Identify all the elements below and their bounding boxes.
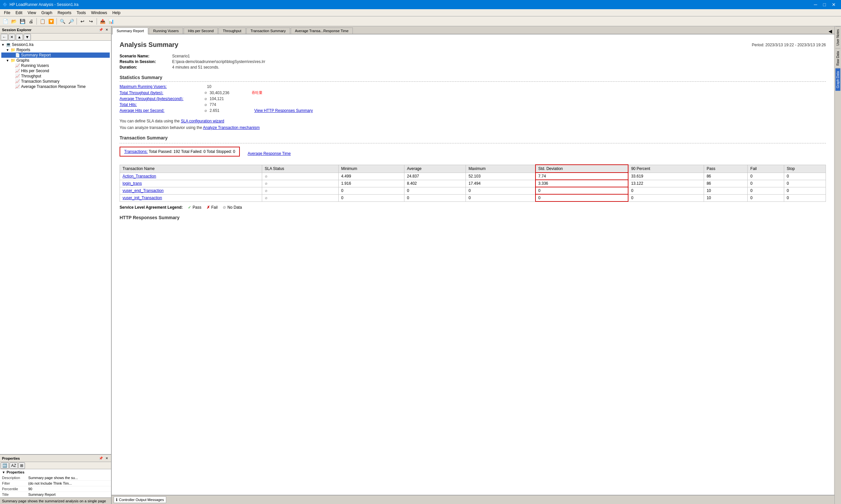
side-tab-raw-data[interactable]: Raw Data	[836, 48, 840, 68]
tree-hits-per-second[interactable]: 📈 Hits per Second	[1, 68, 110, 73]
save-button[interactable]: 💾	[18, 17, 26, 25]
tree-running-vusers[interactable]: 📈 Running Vusers	[1, 63, 110, 68]
side-tab-graph-data[interactable]: Graph Data	[836, 68, 840, 91]
prop-row-description: Description Summary page shows the su...	[0, 475, 111, 481]
row-name-0[interactable]: Action_Transaction	[120, 173, 262, 180]
down-button[interactable]: ▼	[24, 34, 31, 40]
properties-section[interactable]: ▼ Properties	[0, 469, 111, 475]
properties-section-title: Properties	[6, 470, 24, 474]
toggle-reports[interactable]: ▼	[6, 48, 11, 52]
undo-button[interactable]: ↩	[79, 17, 86, 25]
row-max-3: 0	[466, 194, 535, 201]
stat-link-3[interactable]: Total Hits:	[120, 102, 202, 107]
tree-area: ▼ 💻 Session1.lra ▼ 📁 Reports 📄 Summary R…	[0, 41, 111, 454]
menu-edit[interactable]: Edit	[13, 10, 25, 16]
maximize-button[interactable]: □	[821, 1, 828, 8]
close-panel-button[interactable]: ✕	[104, 28, 109, 32]
row-max-1: 17.494	[466, 180, 535, 187]
scenario-label: Scenario Name:	[120, 54, 172, 58]
tab-summary-report[interactable]: Summary Report	[113, 28, 148, 34]
stat-icon-1: ⊘	[204, 91, 207, 94]
tree-graphs[interactable]: ▼ 📁 Graphs	[1, 58, 110, 63]
row-name-2[interactable]: vuser_end_Transaction	[120, 187, 262, 194]
tab-hits-per-second[interactable]: Hits per Second	[184, 28, 218, 34]
session-explorer-controls: 📌 ✕	[98, 28, 109, 32]
transactions-link[interactable]: Transactions:	[124, 149, 148, 154]
tab-running-vusers[interactable]: Running Vusers	[149, 28, 183, 34]
th-90percent: 90 Percent	[628, 165, 704, 173]
menu-help[interactable]: Help	[110, 10, 123, 16]
analysis-title: Analysis Summary	[120, 41, 178, 49]
th-std-dev: Std. Deviation	[535, 165, 629, 173]
stat-row-0: Maximum Running Vusers: 10	[120, 84, 826, 89]
legend-fail-label: Fail	[211, 205, 218, 210]
report-button[interactable]: 📊	[107, 17, 115, 25]
th-fail: Fail	[748, 165, 784, 173]
sep1	[36, 18, 37, 24]
th-trans-name: Transaction Name	[120, 165, 262, 173]
prop-label-description: Description	[0, 475, 26, 481]
redo-button[interactable]: ↪	[87, 17, 95, 25]
prop-label-percentile: Percentile	[0, 486, 26, 492]
props-pin-button[interactable]: 📌	[98, 456, 104, 460]
tab-transaction-summary[interactable]: Transaction Summary	[246, 28, 290, 34]
menu-file[interactable]: File	[1, 10, 13, 16]
stat-link-2[interactable]: Average Throughput (bytes/second):	[120, 96, 202, 101]
stat-link-0[interactable]: Maximum Running Vusers:	[120, 84, 202, 89]
tree-throughput[interactable]: 📈 Throughput	[1, 73, 110, 79]
tree-transaction-summary[interactable]: 📈 Transaction Summary	[1, 79, 110, 84]
tree-reports[interactable]: ▼ 📁 Reports	[1, 47, 110, 53]
sep4	[97, 18, 97, 24]
back-button[interactable]: ←	[1, 34, 8, 40]
row-name-1[interactable]: login_trans	[120, 180, 262, 187]
export-button[interactable]: 📤	[99, 17, 106, 25]
controller-output-tab[interactable]: ℹ Controller Output Messages	[114, 497, 166, 503]
stat-link-4[interactable]: Average Hits per Second:	[120, 108, 202, 113]
up-button[interactable]: ▲	[16, 34, 23, 40]
tabs-nav-left[interactable]: ◀	[827, 29, 834, 34]
tree-summary-report[interactable]: 📄 Summary Report	[1, 53, 110, 58]
sla-config-link[interactable]: SLA configuration wizard	[181, 119, 224, 123]
filter-button[interactable]: 🔽	[47, 17, 55, 25]
row-avg-2: 0	[404, 187, 465, 194]
toggle-session[interactable]: ▼	[1, 43, 6, 47]
props-grid-btn[interactable]: ⊞	[18, 462, 25, 469]
analyze-trans-link[interactable]: Analyze Transaction mechanism	[203, 125, 260, 130]
delete-button[interactable]: ✕	[8, 34, 15, 40]
view-http-link[interactable]: View HTTP Responses Summary	[254, 108, 313, 113]
new-button[interactable]: 📄	[1, 17, 9, 25]
th-sla-status: SLA Status	[262, 165, 338, 173]
controller-icon: ℹ	[116, 498, 118, 502]
row-name-3[interactable]: vuser_init_Transaction	[120, 194, 262, 201]
menu-graph[interactable]: Graph	[39, 10, 55, 16]
menu-windows[interactable]: Windows	[88, 10, 110, 16]
props-sort-btn[interactable]: 🔤	[1, 462, 9, 469]
tabs-bar: Summary Report Running Vusers Hits per S…	[112, 26, 841, 34]
side-tab-user-notes[interactable]: User Notes	[836, 26, 840, 48]
table-row: login_trans ⊘ 1.916 8.402 17.494 3.336 1…	[120, 180, 826, 187]
props-close-button[interactable]: ✕	[104, 456, 109, 460]
print-button[interactable]: 🖨	[27, 17, 35, 25]
avg-response-time-link[interactable]: Average Response Time	[248, 151, 291, 156]
stat-link-1[interactable]: Total Throughput (bytes):	[120, 91, 202, 95]
pin-button[interactable]: 📌	[98, 28, 104, 32]
menu-tools[interactable]: Tools	[74, 10, 88, 16]
row-avg-3: 0	[404, 194, 465, 201]
tab-avg-response-time[interactable]: Average Transa...Response Time	[291, 28, 353, 34]
toggle-graphs[interactable]: ▼	[6, 59, 11, 62]
stat-icon-2: ⊘	[204, 97, 207, 101]
menu-view[interactable]: View	[25, 10, 39, 16]
duration-value: 4 minutes and 51 seconds.	[172, 65, 219, 70]
zoom-out-button[interactable]: 🔎	[67, 17, 75, 25]
zoom-in-button[interactable]: 🔍	[58, 17, 66, 25]
copy-button[interactable]: 📋	[38, 17, 46, 25]
minimize-button[interactable]: ─	[811, 1, 820, 8]
props-az-btn[interactable]: AZ	[10, 462, 18, 469]
menu-reports[interactable]: Reports	[55, 10, 74, 16]
tree-avg-trans-response[interactable]: 📈 Average Transaction Response Time	[1, 84, 110, 89]
row-pass-3: 10	[704, 194, 748, 201]
open-button[interactable]: 📂	[10, 17, 18, 25]
tree-session[interactable]: ▼ 💻 Session1.lra	[1, 42, 110, 47]
close-button[interactable]: ✕	[829, 1, 838, 8]
tab-throughput[interactable]: Throughput	[219, 28, 245, 34]
